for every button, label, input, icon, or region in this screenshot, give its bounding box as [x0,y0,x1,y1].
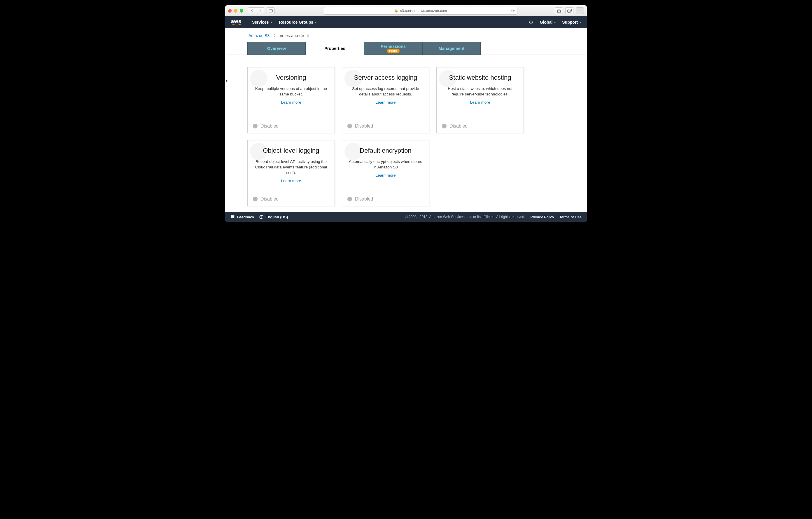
public-badge: Public [387,49,399,53]
status-indicator-icon [253,124,258,129]
page-content: ▸ Amazon S3 notes-app-client Overview Pr… [225,28,587,212]
notifications-icon[interactable] [528,19,533,25]
terms-of-use-link[interactable]: Terms of Use [559,215,582,219]
card-status: Disabled [347,120,424,129]
learn-more-link[interactable]: Learn more [442,100,518,105]
share-button[interactable] [555,7,563,14]
card-desc: Host a static website, which does not re… [442,86,518,97]
window-controls [228,9,243,12]
privacy-policy-link[interactable]: Privacy Policy [530,215,554,219]
support-menu[interactable]: Support ▾ [562,20,581,25]
status-indicator-icon [253,197,258,201]
learn-more-link[interactable]: Learn more [253,100,329,105]
feedback-link[interactable]: Feedback [230,215,254,219]
learn-more-link[interactable]: Learn more [253,179,329,183]
aws-footer: Feedback English (US) © 2008 - 2018, Ama… [225,212,587,222]
region-menu[interactable]: Global ▾ [540,20,556,25]
card-status: Disabled [253,120,329,129]
breadcrumb: Amazon S3 notes-app-client [225,28,587,42]
address-bar[interactable]: 🔒 s3.console.aws.amazon.com ⟳ [324,7,517,15]
copyright-text: © 2008 - 2018, Amazon Web Services, Inc.… [405,215,525,219]
breadcrumb-current: notes-app-client [280,33,309,38]
close-window-button[interactable] [228,9,232,12]
sidebar-toggle-button[interactable] [267,7,275,14]
back-button[interactable] [248,7,256,14]
browser-titlebar: 🔒 s3.console.aws.amazon.com ⟳ ＋ [225,5,587,16]
status-indicator-icon [442,124,446,129]
tab-bar: Overview Properties Permissions Public M… [247,42,587,55]
svg-rect-4 [567,10,571,12]
card-object-level-logging[interactable]: Object-level logging Record object-level… [247,140,335,206]
forward-button[interactable] [256,7,264,14]
properties-cards: Versioning Keep multiple versions of an … [225,55,587,212]
card-static-website-hosting[interactable]: Static website hosting Host a static web… [436,67,524,133]
aws-logo[interactable]: aws [231,19,242,26]
url-text: s3.console.aws.amazon.com [400,9,447,13]
tab-permissions[interactable]: Permissions Public [364,42,422,55]
chevron-down-icon: ▾ [580,21,581,24]
status-indicator-icon [347,124,352,129]
learn-more-link[interactable]: Learn more [347,173,424,177]
resource-groups-menu[interactable]: Resource Groups ▾ [279,20,316,25]
minimize-window-button[interactable] [234,9,237,12]
services-menu[interactable]: Services ▾ [252,20,272,25]
card-versioning[interactable]: Versioning Keep multiple versions of an … [247,67,335,133]
chevron-down-icon: ▾ [271,21,272,24]
card-desc: Record object-level API activity using t… [253,159,329,176]
card-desc: Keep multiple versions of an object in t… [253,86,329,97]
card-desc: Set up access log records that provide d… [347,86,424,97]
card-server-access-logging[interactable]: Server access logging Set up access log … [342,67,429,133]
card-status: Disabled [253,193,329,202]
card-desc: Automatically encrypt objects when store… [347,159,424,170]
tab-overview[interactable]: Overview [247,42,306,55]
status-indicator-icon [347,197,352,201]
tab-properties[interactable]: Properties [306,42,364,55]
nav-buttons [248,7,264,14]
card-status: Disabled [347,193,424,202]
card-status: Disabled [442,120,518,129]
aws-top-nav: aws Services ▾ Resource Groups ▾ Global … [225,16,587,28]
svg-rect-0 [269,9,272,12]
language-selector[interactable]: English (US) [259,215,288,219]
tab-management[interactable]: Management [422,42,481,55]
reload-icon[interactable]: ⟳ [511,8,515,13]
panel-expand-button[interactable]: ▸ [225,75,229,86]
chevron-down-icon: ▾ [554,21,556,24]
learn-more-link[interactable]: Learn more [347,100,424,105]
breadcrumb-root-link[interactable]: Amazon S3 [249,33,269,38]
chevron-right-icon [273,33,276,38]
maximize-window-button[interactable] [240,9,243,12]
tabs-button[interactable] [565,7,573,14]
browser-window: 🔒 s3.console.aws.amazon.com ⟳ ＋ aws Serv… [225,5,587,222]
lock-icon: 🔒 [394,9,399,12]
card-default-encryption[interactable]: Default encryption Automatically encrypt… [342,140,429,206]
new-tab-button[interactable]: ＋ [576,7,584,14]
chevron-down-icon: ▾ [315,21,316,24]
